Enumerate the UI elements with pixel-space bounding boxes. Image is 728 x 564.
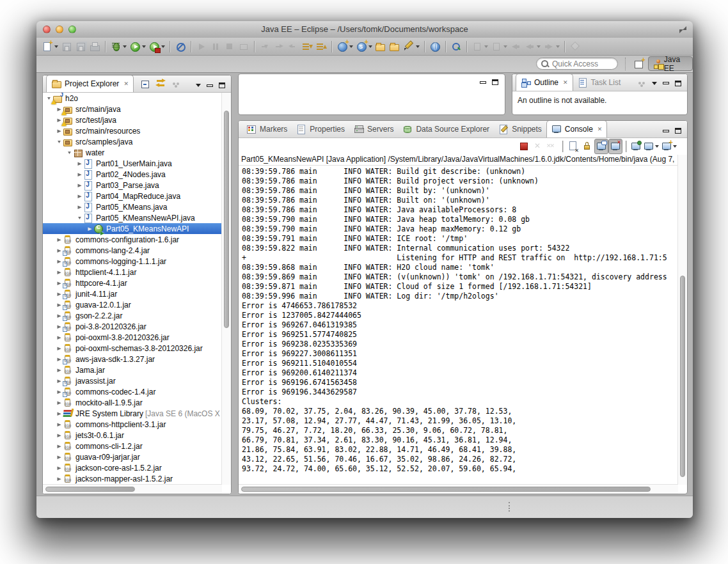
print-button[interactable]	[88, 39, 102, 54]
collapsed-arrow-icon[interactable]: ▶	[56, 465, 63, 470]
remove-all-terminated-button[interactable]	[545, 139, 559, 154]
collapse-all-button[interactable]	[141, 80, 150, 88]
previous-annotation-button[interactable]	[489, 39, 509, 54]
pin-editor-button[interactable]	[568, 39, 582, 54]
collapsed-arrow-icon[interactable]: ▶	[76, 171, 83, 176]
collapsed-arrow-icon[interactable]: ▶	[56, 421, 63, 427]
close-icon[interactable]: ✕	[562, 79, 568, 86]
close-icon[interactable]: ✕	[122, 81, 129, 87]
tab-project-explorer[interactable]: Project Explorer ✕	[46, 75, 134, 92]
tab-outline[interactable]: Outline✕	[516, 74, 573, 91]
run-dropdown-icon[interactable]	[142, 45, 146, 48]
collapsed-arrow-icon[interactable]: ▶	[56, 411, 63, 416]
collapsed-arrow-icon[interactable]: ▶	[56, 356, 63, 361]
collapsed-arrow-icon[interactable]: ▶	[56, 280, 63, 285]
next-annotation-dropdown-icon[interactable]	[484, 45, 488, 48]
tree-item-part04-mapreduce-java[interactable]: ▶Part04_MapReduce.java	[43, 191, 231, 201]
new-wizard-dropdown-icon[interactable]	[54, 45, 58, 48]
console-horizontal-scrollbar[interactable]	[239, 484, 678, 494]
step-into-button[interactable]	[258, 39, 272, 54]
disconnect-button[interactable]	[237, 39, 251, 54]
statusbar-drag-handle[interactable]	[509, 502, 510, 512]
mark-occurrences-button[interactable]	[402, 39, 421, 54]
last-edit-location-button[interactable]	[509, 39, 523, 54]
maximize-view-icon[interactable]	[219, 82, 225, 88]
new-web-wizard-button[interactable]	[335, 39, 354, 54]
expanded-arrow-icon[interactable]: ▼	[56, 139, 63, 144]
clear-console-button[interactable]	[566, 139, 580, 154]
collapsed-arrow-icon[interactable]: ▶	[56, 443, 63, 448]
terminate-debug-button[interactable]	[223, 39, 237, 54]
tree-item-poi-ooxml-3-8-20120326-jar[interactable]: ▶poi-ooxml-3.8-20120326.jar	[43, 332, 231, 343]
tree-item-jackson-mapper-asl-1-5-2-jar[interactable]: ▶jackson-mapper-asl-1.5.2.jar	[43, 473, 231, 484]
collapsed-arrow-icon[interactable]: ▶	[56, 345, 63, 350]
minimize-view-icon[interactable]	[663, 130, 669, 132]
close-icon[interactable]: ✕	[596, 126, 603, 132]
tree-item-guava-r09-jarjar-jar[interactable]: ▶guava-r09-jarjar.jar	[43, 451, 231, 462]
forward-history-button[interactable]	[542, 39, 561, 54]
display-selected-console-dropdown-icon[interactable]	[655, 145, 659, 148]
import-files-button[interactable]	[374, 39, 388, 54]
external-tools-button[interactable]	[147, 39, 166, 54]
fullscreen-icon[interactable]	[679, 26, 686, 33]
expanded-arrow-icon[interactable]: ▼	[76, 215, 83, 220]
step-over-button[interactable]	[272, 39, 286, 54]
tree-item-part05-kmeansnewapi-java[interactable]: ▼Part05_KMeansNewAPI.java	[43, 212, 231, 223]
show-annotations-button[interactable]	[300, 39, 314, 54]
resume-button[interactable]	[194, 39, 209, 54]
debug-dropdown-icon[interactable]	[123, 45, 127, 48]
collapsed-arrow-icon[interactable]: ▶	[56, 378, 63, 383]
collapsed-arrow-icon[interactable]: ▶	[76, 193, 83, 198]
quick-access-box[interactable]	[536, 58, 618, 70]
collapse-annotations-button[interactable]	[314, 39, 328, 54]
tab-console[interactable]: Console✕	[546, 120, 608, 137]
mark-occurrences-dropdown-icon[interactable]	[416, 45, 420, 48]
tree-item-jets3t-0-6-1-jar[interactable]: ▶jets3t-0.6.1.jar	[43, 430, 231, 441]
expanded-arrow-icon[interactable]: ▼	[66, 150, 73, 155]
collapsed-arrow-icon[interactable]: ▶	[56, 432, 63, 437]
collapsed-arrow-icon[interactable]: ▶	[56, 247, 63, 253]
external-tools-dropdown-icon[interactable]	[161, 45, 165, 48]
open-perspective-button[interactable]	[630, 56, 648, 71]
collapsed-arrow-icon[interactable]: ▶	[56, 237, 63, 242]
tree-item-water[interactable]: ▼water	[43, 147, 231, 158]
collapsed-arrow-icon[interactable]: ▶	[56, 389, 63, 394]
tree-horizontal-scrollbar[interactable]	[43, 484, 222, 494]
tree-item-part02-4nodes-java[interactable]: ▶Part02_4Nodes.java	[43, 169, 231, 180]
tree-item-jackson-core-asl-1-5-2-jar[interactable]: ▶jackson-core-asl-1.5.2.jar	[43, 462, 231, 473]
tree-vertical-scrollbar[interactable]	[221, 93, 231, 485]
collapsed-arrow-icon[interactable]: ▶	[56, 324, 63, 329]
collapsed-arrow-icon[interactable]: ▶	[56, 258, 63, 263]
maximize-view-icon[interactable]	[492, 79, 498, 85]
tree-item-jama-jar[interactable]: ▶Jama.jar	[43, 364, 231, 375]
collapsed-arrow-icon[interactable]: ▶	[56, 313, 63, 318]
maximize-view-icon[interactable]	[675, 128, 681, 134]
tree-item-poi-3-8-20120326-jar[interactable]: ▶poi-3.8-20120326.jar	[43, 321, 231, 332]
tree-item-junit-4-11-jar[interactable]: ▶junit-4.11.jar	[43, 288, 231, 299]
collapsed-arrow-icon[interactable]: ▶	[76, 204, 83, 209]
next-annotation-button[interactable]	[470, 39, 489, 54]
link-with-editor-button[interactable]	[155, 79, 166, 88]
minimize-view-icon[interactable]	[480, 81, 486, 84]
collapsed-arrow-icon[interactable]: ▶	[56, 454, 63, 459]
tree-item-jre-system-library[interactable]: ▶JRE System Library[Java SE 6 (MacOS X D…	[43, 408, 231, 419]
tree-item-httpcore-4-1-jar[interactable]: ▶httpcore-4.1.jar	[43, 278, 231, 288]
show-on-stderr-button[interactable]: ✕	[608, 139, 622, 154]
terminate-button[interactable]	[517, 139, 531, 154]
tree-item-commons-configuration-1-6-jar[interactable]: ▶commons-configuration-1.6.jar	[43, 234, 231, 245]
tree-item-commons-lang-2-4-jar[interactable]: ▶commons-lang-2.4.jar	[43, 245, 231, 256]
collapsed-arrow-icon[interactable]: ▶	[56, 476, 63, 481]
open-web-browser-button[interactable]	[428, 39, 442, 54]
tree-item-commons-cli-1-2-jar[interactable]: ▶commons-cli-1.2.jar	[43, 441, 231, 451]
tree-item-javassist-jar[interactable]: ▶javassist.jar	[43, 375, 231, 386]
step-return-button[interactable]	[286, 39, 300, 54]
tree-item-src-samples-java[interactable]: ▼src/samples/java	[43, 136, 231, 147]
tab-task-list[interactable]: Task List	[573, 74, 626, 91]
new-web-wizard-dropdown-icon[interactable]	[349, 45, 353, 48]
suspend-button[interactable]	[209, 39, 223, 54]
skip-all-breakpoints-button[interactable]	[173, 39, 187, 54]
minimize-view-icon[interactable]	[207, 84, 213, 87]
collapsed-arrow-icon[interactable]: ▶	[56, 269, 63, 274]
show-on-stdout-button[interactable]	[594, 139, 608, 154]
tree-item-part05-kmeans-java[interactable]: ▶Part05_KMeans.java	[43, 201, 231, 212]
